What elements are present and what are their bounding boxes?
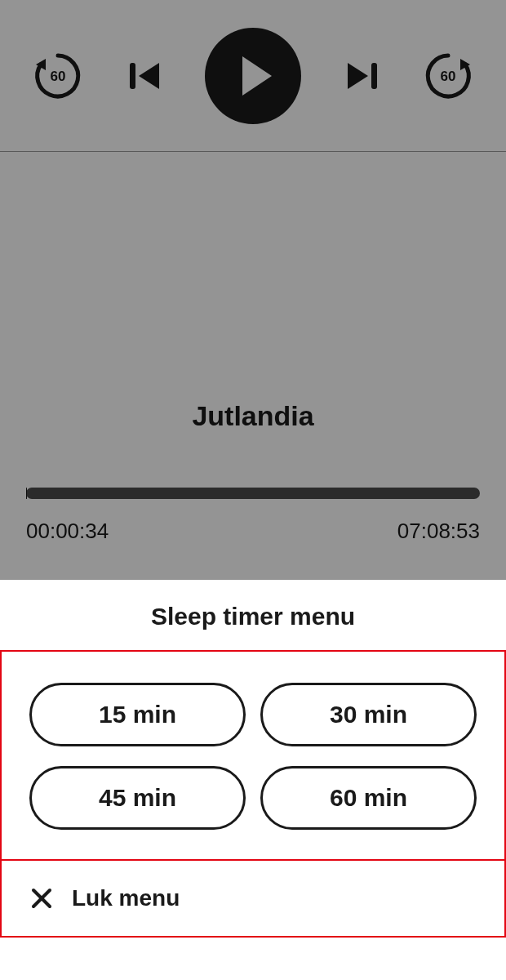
progress-fill xyxy=(26,488,27,499)
previous-track-button[interactable] xyxy=(123,55,166,97)
svg-text:60: 60 xyxy=(441,69,456,84)
player-controls-bar: 60 60 xyxy=(0,0,506,152)
timer-option-30[interactable]: 30 min xyxy=(260,683,477,746)
close-icon xyxy=(29,886,54,911)
svg-rect-5 xyxy=(371,63,377,89)
close-menu-button[interactable]: Luk menu xyxy=(0,861,506,938)
timer-options-container: 15 min 30 min 45 min 60 min xyxy=(0,650,506,861)
play-button[interactable] xyxy=(205,28,301,124)
progress-bar[interactable] xyxy=(26,488,480,499)
time-row: 00:00:34 07:08:53 xyxy=(26,519,480,544)
player-content: Jutlandia 00:00:34 07:08:53 xyxy=(0,152,506,580)
forward-60-button[interactable]: 60 xyxy=(423,51,473,101)
rewind-icon: 60 xyxy=(33,51,83,101)
sheet-title: Sleep timer menu xyxy=(0,580,506,650)
rewind-60-button[interactable]: 60 xyxy=(33,51,83,101)
close-menu-label: Luk menu xyxy=(72,885,180,911)
timer-option-45[interactable]: 45 min xyxy=(29,766,246,830)
forward-icon: 60 xyxy=(423,51,473,101)
elapsed-time: 00:00:34 xyxy=(26,519,109,544)
svg-marker-3 xyxy=(139,63,159,89)
next-track-button[interactable] xyxy=(341,55,384,97)
timer-option-15[interactable]: 15 min xyxy=(29,683,246,746)
skip-previous-icon xyxy=(126,58,162,94)
skip-next-icon xyxy=(344,58,380,94)
play-icon xyxy=(242,56,272,96)
svg-rect-2 xyxy=(130,63,135,89)
sleep-timer-sheet: Sleep timer menu 15 min 30 min 45 min 60… xyxy=(0,580,506,938)
svg-marker-4 xyxy=(348,63,368,89)
svg-text:60: 60 xyxy=(51,69,66,84)
total-time: 07:08:53 xyxy=(397,519,480,544)
timer-option-60[interactable]: 60 min xyxy=(260,766,477,830)
track-title: Jutlandia xyxy=(26,400,480,432)
